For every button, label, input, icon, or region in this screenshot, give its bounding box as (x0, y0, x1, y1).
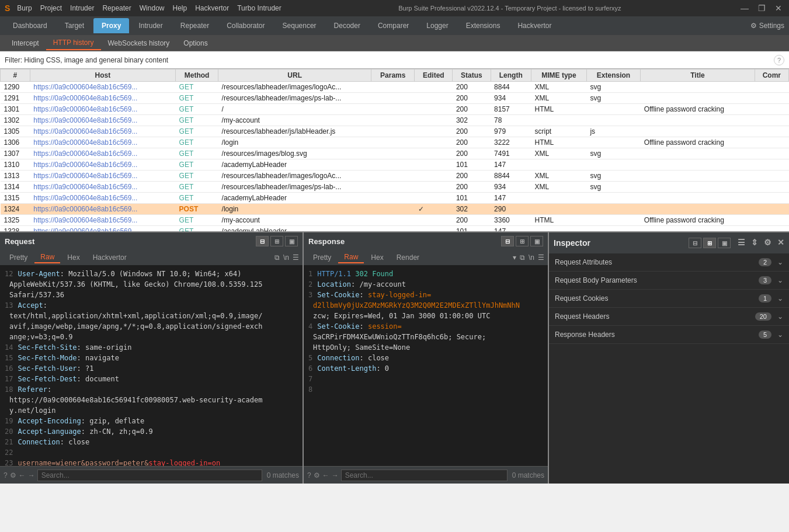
tab-decoder[interactable]: Decoder (326, 18, 369, 33)
request-tab-pretty[interactable]: Pretty (4, 252, 33, 263)
resp-split-h-icon[interactable]: ⊟ (501, 236, 514, 246)
response-search-help-icon[interactable]: ? (307, 471, 311, 479)
tab-proxy[interactable]: Proxy (93, 18, 129, 33)
response-newline-icon[interactable]: \n (529, 253, 534, 262)
request-tab-raw[interactable]: Raw (34, 252, 60, 263)
settings-button[interactable]: ⚙ Settings (750, 22, 784, 30)
inspector-split-h-icon[interactable]: ⊟ (689, 238, 701, 248)
request-newline-icon[interactable]: \n (283, 253, 289, 262)
cell-edited (415, 159, 453, 171)
inspector-settings-icon[interactable]: ⚙ (764, 238, 771, 248)
inspector-combined-icon[interactable]: ▣ (718, 238, 731, 248)
response-copy-icon[interactable]: ⧉ (520, 253, 525, 262)
table-row[interactable]: 1313 https://0a9c000604e8ab16c569... GET… (1, 171, 789, 182)
sub-tab-http-history[interactable]: HTTP history (46, 36, 101, 50)
sub-tab-intercept[interactable]: Intercept (5, 37, 46, 50)
response-search-input[interactable] (341, 470, 508, 481)
table-row[interactable]: 1315 https://0a9c000604e8ab16c569... GET… (1, 193, 789, 204)
table-row[interactable]: 1302 https://0a9c000604e8ab16c569... GET… (1, 115, 789, 126)
inspector-item[interactable]: Response Headers 5 ⌄ (549, 326, 789, 344)
combined-icon[interactable]: ▣ (285, 236, 298, 246)
inspector-close-icon[interactable]: ✕ (777, 238, 784, 248)
tab-intruder[interactable]: Intruder (130, 18, 171, 33)
response-tab-render[interactable]: Render (391, 252, 425, 263)
request-search-settings-icon[interactable]: ⚙ (10, 471, 16, 479)
inspector-item[interactable]: Request Attributes 2 ⌄ (549, 253, 789, 272)
tab-extensions[interactable]: Extensions (458, 18, 509, 33)
inspector-menu-icon[interactable]: ☰ (738, 238, 745, 248)
tab-logger[interactable]: Logger (418, 18, 456, 33)
tab-target[interactable]: Target (57, 18, 92, 33)
request-tab-hex[interactable]: Hex (61, 252, 85, 263)
response-search-back-icon[interactable]: ← (322, 471, 329, 479)
tab-dashboard[interactable]: Dashboard (5, 18, 55, 33)
col-title[interactable]: Title (641, 69, 755, 82)
col-comr[interactable]: Comr (755, 69, 788, 82)
table-row[interactable]: 1291 https://0a9c000604e8ab16c569... GET… (1, 93, 789, 104)
request-tab-hackvertor[interactable]: Hackvertor (87, 252, 133, 263)
menu-turbo-intruder[interactable]: Turbo Intruder (237, 4, 281, 12)
table-row[interactable]: 1324 https://0a9c000604e8ab16c569... POS… (1, 204, 789, 215)
response-search-forward-icon[interactable]: → (332, 471, 339, 479)
tab-comparer[interactable]: Comparer (370, 18, 417, 33)
table-row[interactable]: 1310 https://0a9c000604e8ab16c569... GET… (1, 159, 789, 171)
table-row[interactable]: 1328 https://0a9c000604e8ab16c569... GET… (1, 226, 789, 233)
split-vertical-icon[interactable]: ⊞ (270, 236, 283, 246)
request-copy-icon[interactable]: ⧉ (274, 253, 280, 262)
request-menu-icon[interactable]: ☰ (293, 253, 299, 262)
tab-hackvertor[interactable]: Hackvertor (509, 18, 559, 33)
response-search-settings-icon[interactable]: ⚙ (314, 471, 320, 479)
inspector-split-v-icon[interactable]: ⊞ (703, 238, 716, 248)
table-row[interactable]: 1305 https://0a9c000604e8ab16c569... GET… (1, 126, 789, 137)
tab-repeater[interactable]: Repeater (172, 18, 217, 33)
sub-tab-websockets[interactable]: WebSockets history (101, 37, 177, 50)
resp-combined-icon[interactable]: ▣ (530, 236, 543, 246)
menu-hackvertor[interactable]: Hackvertor (195, 4, 229, 12)
table-row[interactable]: 1306 https://0a9c000604e8ab16c569... GET… (1, 137, 789, 148)
cell-ext (586, 226, 640, 233)
request-search-input[interactable] (37, 470, 262, 481)
table-row[interactable]: 1325 https://0a9c000604e8ab16c569... GET… (1, 215, 789, 226)
inspector-item[interactable]: Request Cookies 1 ⌄ (549, 290, 789, 308)
split-horizontal-icon[interactable]: ⊟ (256, 236, 269, 246)
request-search-back-icon[interactable]: ← (19, 471, 26, 479)
col-url[interactable]: URL (218, 69, 371, 82)
menu-project[interactable]: Project (40, 4, 62, 12)
menu-intruder[interactable]: Intruder (70, 4, 94, 12)
menu-help[interactable]: Help (172, 4, 187, 12)
request-search-help-icon[interactable]: ? (4, 471, 8, 479)
minimize-button[interactable]: — (738, 4, 751, 13)
col-status[interactable]: Status (453, 69, 491, 82)
response-dropdown-icon[interactable]: ▾ (513, 253, 516, 262)
inspector-item[interactable]: Request Headers 20 ⌄ (549, 308, 789, 326)
filter-help-button[interactable]: ? (774, 55, 784, 65)
table-row[interactable]: 1307 https://0a9c000604e8ab16c569... GET… (1, 148, 789, 159)
close-button[interactable]: ✕ (773, 4, 784, 13)
response-tab-raw[interactable]: Raw (338, 252, 364, 263)
table-row[interactable]: 1290 https://0a9c000604e8ab16c569... GET… (1, 82, 789, 93)
col-host[interactable]: Host (30, 69, 175, 82)
col-method[interactable]: Method (176, 69, 218, 82)
col-length[interactable]: Length (491, 69, 531, 82)
col-ext[interactable]: Extension (586, 69, 640, 82)
resp-split-v-icon[interactable]: ⊞ (516, 236, 529, 246)
menu-window[interactable]: Window (140, 4, 165, 12)
col-edited[interactable]: Edited (415, 69, 453, 82)
response-tab-hex[interactable]: Hex (365, 252, 389, 263)
menu-repeater[interactable]: Repeater (102, 4, 131, 12)
inspector-expand-icon[interactable]: ⇕ (751, 238, 758, 248)
col-params[interactable]: Params (371, 69, 415, 82)
response-menu-icon[interactable]: ☰ (538, 253, 544, 262)
table-row[interactable]: 1301 https://0a9c000604e8ab16c569... GET… (1, 104, 789, 115)
col-mime[interactable]: MIME type (531, 69, 587, 82)
request-search-forward-icon[interactable]: → (28, 471, 35, 479)
sub-tab-options[interactable]: Options (176, 37, 214, 50)
inspector-item[interactable]: Request Body Parameters 3 ⌄ (549, 272, 789, 290)
tab-sequencer[interactable]: Sequencer (274, 18, 325, 33)
tab-collaborator[interactable]: Collaborator (218, 18, 273, 33)
col-num[interactable]: # (1, 69, 30, 82)
menu-burp[interactable]: Burp (17, 4, 32, 12)
restore-button[interactable]: ❐ (756, 4, 768, 13)
response-tab-pretty[interactable]: Pretty (307, 252, 337, 263)
table-row[interactable]: 1314 https://0a9c000604e8ab16c569... GET… (1, 182, 789, 193)
